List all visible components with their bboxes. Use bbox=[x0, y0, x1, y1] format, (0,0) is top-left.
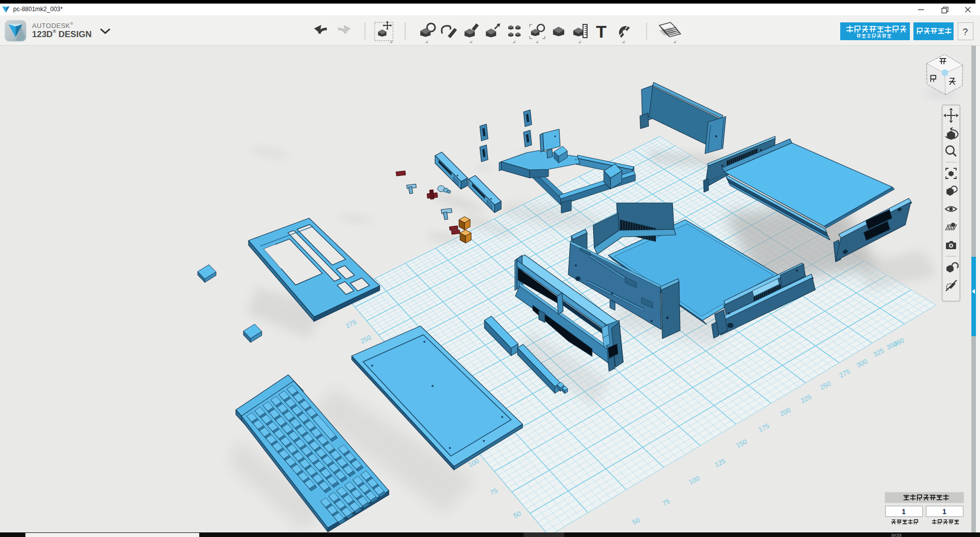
svg-text:275: 275 bbox=[838, 367, 851, 379]
svg-text:T: T bbox=[596, 22, 607, 41]
svg-text:150: 150 bbox=[735, 437, 748, 449]
svg-text:50: 50 bbox=[512, 510, 523, 520]
svg-text:325: 325 bbox=[872, 346, 885, 358]
svg-text:75: 75 bbox=[661, 497, 671, 508]
svg-text:250: 250 bbox=[359, 333, 373, 345]
svg-text:275: 275 bbox=[345, 318, 358, 330]
svg-text:1: 1 bbox=[902, 508, 906, 516]
svg-text:125: 125 bbox=[714, 457, 727, 468]
svg-text:225: 225 bbox=[800, 393, 813, 404]
svg-text:200: 200 bbox=[779, 406, 792, 417]
svg-text:300: 300 bbox=[855, 357, 869, 369]
svg-text:50: 50 bbox=[631, 516, 641, 526]
svg-text:250: 250 bbox=[819, 379, 832, 391]
svg-text:1: 1 bbox=[942, 508, 946, 516]
svg-text:75: 75 bbox=[489, 487, 499, 497]
svg-text:175: 175 bbox=[757, 422, 771, 433]
svg-text:?: ? bbox=[963, 27, 968, 37]
svg-text:100: 100 bbox=[688, 474, 701, 486]
